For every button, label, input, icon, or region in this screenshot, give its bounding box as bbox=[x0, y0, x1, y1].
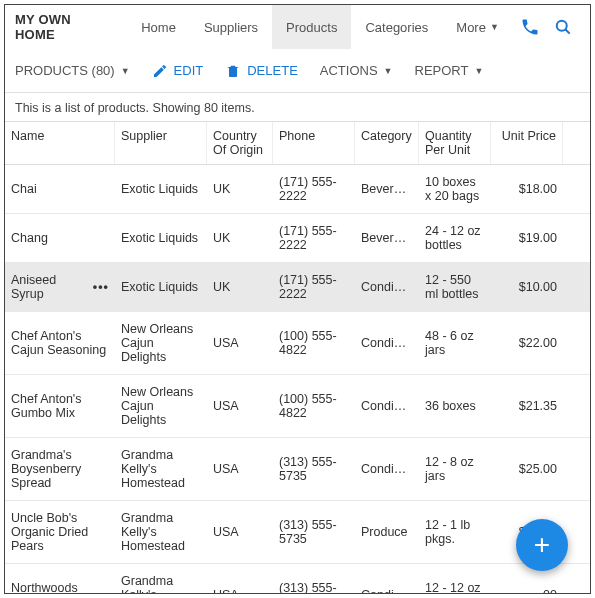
svg-line-1 bbox=[566, 30, 570, 34]
cell: Beverag... bbox=[355, 214, 419, 262]
column-header[interactable]: Name bbox=[5, 122, 115, 164]
cell: $10.00 bbox=[491, 263, 563, 311]
cell: 12 - 8 oz jars bbox=[419, 438, 491, 500]
svg-point-0 bbox=[557, 21, 567, 31]
trash-icon bbox=[225, 63, 241, 79]
cell: $21.35 bbox=[491, 375, 563, 437]
delete-button[interactable]: DELETE bbox=[225, 63, 298, 79]
cell: USA bbox=[207, 438, 273, 500]
cell: UK bbox=[207, 214, 273, 262]
table-row[interactable]: Northwoods Cranberry SauceGrandma Kelly'… bbox=[5, 564, 590, 594]
cell: (313) 555-5735 bbox=[273, 564, 355, 594]
column-header[interactable]: Category bbox=[355, 122, 419, 164]
cell: Grandma Kelly's Homestead bbox=[115, 564, 207, 594]
table-row[interactable]: Aniseed Syrup•••Exotic LiquidsUK(171) 55… bbox=[5, 263, 590, 312]
table-row[interactable]: Chef Anton's Cajun SeasoningNew Orleans … bbox=[5, 312, 590, 375]
cell: (313) 555-5735 bbox=[273, 438, 355, 500]
nav-tab-more[interactable]: More▼ bbox=[442, 5, 513, 49]
cell: Condim... bbox=[355, 263, 419, 311]
table-row[interactable]: Grandma's Boysenberry SpreadGrandma Kell… bbox=[5, 438, 590, 501]
search-icon[interactable] bbox=[546, 17, 580, 37]
cell: (313) 555-5735 bbox=[273, 501, 355, 563]
cell: Exotic Liquids bbox=[115, 214, 207, 262]
add-button[interactable]: + bbox=[516, 519, 568, 571]
cell: Grandma's Boysenberry Spread bbox=[5, 438, 115, 500]
cell: Exotic Liquids bbox=[115, 263, 207, 311]
cell: Chef Anton's Gumbo Mix bbox=[5, 375, 115, 437]
cell: Condim... bbox=[355, 312, 419, 374]
cell: UK bbox=[207, 263, 273, 311]
cell: (100) 555-4822 bbox=[273, 312, 355, 374]
cell: Exotic Liquids bbox=[115, 165, 207, 213]
nav-tab-home[interactable]: Home bbox=[127, 5, 190, 49]
table-row[interactable]: ChaiExotic LiquidsUK(171) 555-2222Bevera… bbox=[5, 165, 590, 214]
toolbar: PRODUCTS (80)▼ EDIT DELETE ACTIONS▼ REPO… bbox=[5, 49, 590, 93]
top-nav: MY OWN HOME HomeSuppliersProductsCategor… bbox=[5, 5, 590, 49]
column-header[interactable]: Country Of Origin bbox=[207, 122, 273, 164]
cell: Beverag... bbox=[355, 165, 419, 213]
cell: Aniseed Syrup••• bbox=[5, 263, 115, 311]
cell: Condim... bbox=[355, 564, 419, 594]
column-header[interactable]: Quantity Per Unit bbox=[419, 122, 491, 164]
brand-title[interactable]: MY OWN HOME bbox=[15, 12, 113, 42]
nav-tab-suppliers[interactable]: Suppliers bbox=[190, 5, 272, 49]
cell: Chai bbox=[5, 165, 115, 213]
column-header[interactable]: Supplier bbox=[115, 122, 207, 164]
cell: 10 boxes x 20 bags bbox=[419, 165, 491, 213]
cell: $25.00 bbox=[491, 438, 563, 500]
cell: (171) 555-2222 bbox=[273, 263, 355, 311]
cell: 12 - 550 ml bottles bbox=[419, 263, 491, 311]
cell: 12 - 1 lb pkgs. bbox=[419, 501, 491, 563]
column-header[interactable]: Unit Price bbox=[491, 122, 563, 164]
table-row[interactable]: ChangExotic LiquidsUK(171) 555-2222Bever… bbox=[5, 214, 590, 263]
cell: 24 - 12 oz bottles bbox=[419, 214, 491, 262]
cell: $19.00 bbox=[491, 214, 563, 262]
edit-button[interactable]: EDIT bbox=[152, 63, 204, 79]
cell: New Orleans Cajun Delights bbox=[115, 375, 207, 437]
cell: 48 - 6 oz jars bbox=[419, 312, 491, 374]
cell: USA bbox=[207, 501, 273, 563]
cell: $22.00 bbox=[491, 312, 563, 374]
cell: Condim... bbox=[355, 438, 419, 500]
cell: UK bbox=[207, 165, 273, 213]
cell: Chang bbox=[5, 214, 115, 262]
cell: USA bbox=[207, 312, 273, 374]
pencil-icon bbox=[152, 63, 168, 79]
column-header[interactable]: Phone bbox=[273, 122, 355, 164]
cell: Northwoods Cranberry Sauce bbox=[5, 564, 115, 594]
report-dropdown[interactable]: REPORT▼ bbox=[415, 63, 484, 78]
products-dropdown[interactable]: PRODUCTS (80)▼ bbox=[15, 63, 130, 78]
cell: Grandma Kelly's Homestead bbox=[115, 501, 207, 563]
table-row[interactable]: Chef Anton's Gumbo MixNew Orleans Cajun … bbox=[5, 375, 590, 438]
nav-tab-categories[interactable]: Categories bbox=[351, 5, 442, 49]
cell: Produce bbox=[355, 501, 419, 563]
cell: (171) 555-2222 bbox=[273, 214, 355, 262]
actions-dropdown[interactable]: ACTIONS▼ bbox=[320, 63, 393, 78]
cell: (100) 555-4822 bbox=[273, 375, 355, 437]
nav-tab-products[interactable]: Products bbox=[272, 5, 351, 49]
cell: 12 - 12 oz jars bbox=[419, 564, 491, 594]
table-row[interactable]: Uncle Bob's Organic Dried PearsGrandma K… bbox=[5, 501, 590, 564]
phone-icon[interactable] bbox=[513, 17, 547, 37]
cell: Condim... bbox=[355, 375, 419, 437]
cell: Chef Anton's Cajun Seasoning bbox=[5, 312, 115, 374]
row-menu-icon[interactable]: ••• bbox=[93, 280, 109, 294]
cell: Grandma Kelly's Homestead bbox=[115, 438, 207, 500]
list-caption: This is a list of products. Showing 80 i… bbox=[5, 93, 590, 121]
cell: (171) 555-2222 bbox=[273, 165, 355, 213]
cell: 36 boxes bbox=[419, 375, 491, 437]
cell: New Orleans Cajun Delights bbox=[115, 312, 207, 374]
cell: USA bbox=[207, 375, 273, 437]
cell: $18.00 bbox=[491, 165, 563, 213]
cell: Uncle Bob's Organic Dried Pears bbox=[5, 501, 115, 563]
products-table: NameSupplierCountry Of OriginPhoneCatego… bbox=[5, 121, 590, 594]
cell: USA bbox=[207, 564, 273, 594]
